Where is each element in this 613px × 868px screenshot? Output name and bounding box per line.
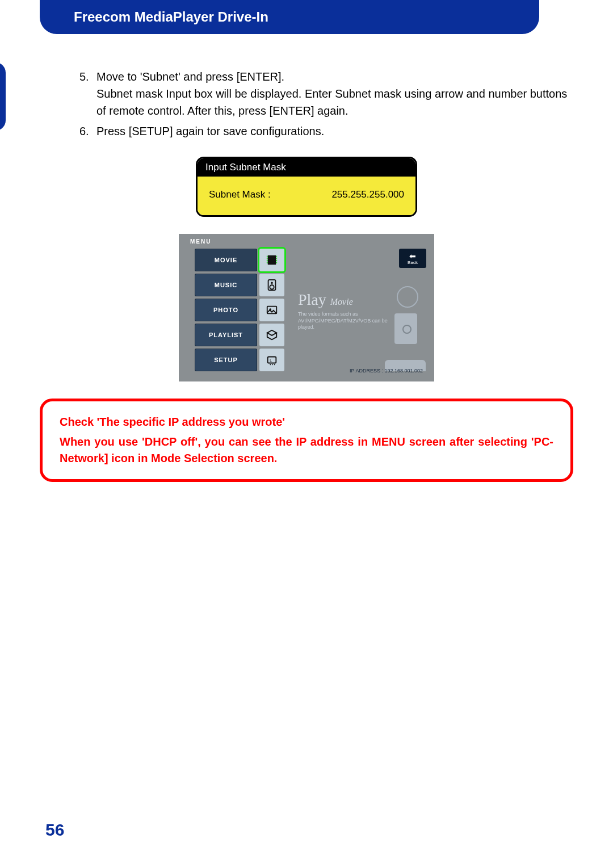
disc-icon xyxy=(397,286,418,308)
back-button[interactable]: ⬅ Back xyxy=(399,249,426,268)
back-label: Back xyxy=(408,260,418,265)
setup-icon: L xyxy=(259,349,284,371)
svg-rect-6 xyxy=(276,258,277,259)
play-description: The video formats such as AVI/MPG/MPEG/D… xyxy=(298,311,394,331)
back-arrow-icon: ⬅ xyxy=(409,252,416,260)
callout-line1: Check 'The specific IP address you wrote… xyxy=(60,414,553,430)
subnet-input-box: Input Subnet Mask Subnet Mask : 255.255.… xyxy=(196,157,417,217)
menu-item-playlist[interactable]: PLAYLIST xyxy=(195,324,257,346)
manual-page: Freecom MediaPlayer Drive-In GB 3 5. Mov… xyxy=(0,0,613,868)
warning-callout: Check 'The specific IP address you wrote… xyxy=(40,399,573,482)
step-main: Move to 'Subnet' and press [ENTER]. xyxy=(96,70,284,83)
svg-rect-5 xyxy=(276,256,277,257)
menu-item-photo[interactable]: PHOTO xyxy=(195,299,257,321)
icon-column: L xyxy=(259,249,284,374)
photo-icon xyxy=(259,299,284,321)
svg-rect-1 xyxy=(267,256,268,257)
subnet-value: 255.255.255.000 xyxy=(331,189,404,200)
svg-rect-3 xyxy=(267,260,268,261)
menu-column: MOVIE MUSIC PHOTO PLAYLIST SETUP xyxy=(195,249,257,374)
menu-item-movie[interactable]: MOVIE xyxy=(195,249,257,271)
svg-rect-7 xyxy=(276,260,277,261)
menu-screenshot: MENU MOVIE MUSIC PHOTO PLAYLIST SETUP L xyxy=(179,234,434,381)
playlist-icon xyxy=(259,324,284,346)
svg-text:L: L xyxy=(270,358,272,362)
step-number: 6. xyxy=(79,123,89,140)
step-sub: Subnet mask Input box will be displayed.… xyxy=(96,85,573,119)
header-title: Freecom MediaPlayer Drive-In xyxy=(40,0,539,34)
side-tab-lang: GB xyxy=(0,70,6,83)
svg-rect-8 xyxy=(276,262,277,263)
step-number: 5. xyxy=(79,68,89,85)
film-icon xyxy=(259,249,284,271)
svg-rect-2 xyxy=(267,258,268,259)
svg-rect-4 xyxy=(267,262,268,263)
step-main: Press [SETUP] again tor save configurati… xyxy=(96,125,324,137)
menu-item-music[interactable]: MUSIC xyxy=(195,274,257,296)
svg-point-16 xyxy=(270,364,271,365)
menu-header-label: MENU xyxy=(190,238,211,245)
side-tab-section: 3 xyxy=(0,94,6,107)
svg-point-11 xyxy=(270,285,274,289)
side-tab: GB 3 xyxy=(0,62,6,131)
svg-point-18 xyxy=(274,364,275,365)
subnet-title: Input Subnet Mask xyxy=(198,158,415,177)
drive-icon xyxy=(394,313,417,344)
subnet-label: Subnet Mask : xyxy=(209,189,271,200)
step-6: 6. Press [SETUP] again tor save configur… xyxy=(79,123,573,140)
step-5: 5. Move to 'Subnet' and press [ENTER]. S… xyxy=(79,68,573,119)
svg-rect-0 xyxy=(268,255,276,265)
svg-point-10 xyxy=(271,282,273,284)
svg-rect-14 xyxy=(268,357,276,363)
subnet-body: Subnet Mask : 255.255.255.000 xyxy=(198,177,415,215)
ip-address-line: IP ADDRESS : 192.168.001.002 xyxy=(350,368,423,374)
callout-line2: When you use 'DHCP off', you can see the… xyxy=(60,434,553,467)
header: Freecom MediaPlayer Drive-In xyxy=(40,0,573,45)
page-number: 56 xyxy=(45,820,64,840)
menu-item-setup[interactable]: SETUP xyxy=(195,349,257,371)
instruction-list: 5. Move to 'Subnet' and press [ENTER]. S… xyxy=(79,68,573,140)
speaker-icon xyxy=(259,274,284,296)
svg-point-17 xyxy=(272,364,273,365)
